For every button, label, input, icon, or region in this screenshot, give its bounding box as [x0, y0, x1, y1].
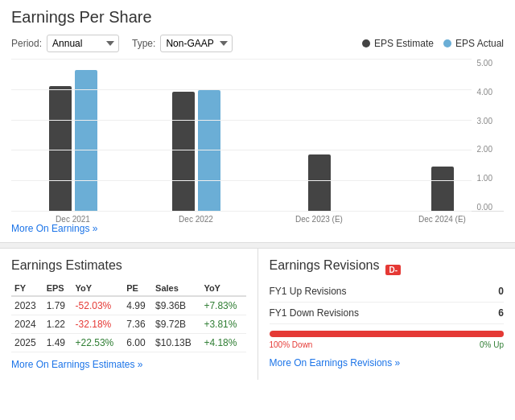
estimates-header-row: FY EPS YoY PE Sales YoY: [11, 281, 246, 296]
estimates-title: Earnings Estimates: [11, 258, 246, 273]
estimates-row-2024: 2024 1.22 -32.18% 7.36 $9.72B +3.81%: [11, 315, 246, 334]
y-label-200: 2.00: [477, 145, 492, 154]
actual-legend-item: EPS Actual: [443, 38, 504, 49]
pe-2025: 6.00: [123, 334, 152, 352]
period-select[interactable]: Annual Quarterly: [47, 35, 119, 52]
fy-2024: 2024: [11, 315, 43, 334]
eps-2025: 1.49: [43, 334, 72, 352]
y-label-100: 1.00: [477, 174, 492, 183]
more-revisions-link[interactable]: More On Earnings Revisions »: [270, 349, 505, 369]
fy-2023: 2023: [11, 296, 43, 315]
fy-2025: 2025: [11, 334, 43, 352]
y-axis: 5.00 4.00 3.00 2.00 1.00 0.00: [477, 59, 492, 212]
revision-down-label: FY1 Down Revisions: [270, 307, 359, 319]
x-labels: Dec 2021 Dec 2022 Dec 2023 (E) Dec 2024 …: [11, 212, 504, 227]
revision-row-down: FY1 Down Revisions 6: [270, 303, 505, 324]
progress-fill: [270, 331, 505, 337]
revisions-progress-bar: [270, 331, 505, 337]
col-eps: EPS: [43, 281, 72, 296]
revision-down-value: 6: [498, 307, 504, 319]
bar-group-2021: [11, 70, 134, 211]
col-sales-yoy: YoY: [200, 281, 245, 296]
estimate-bar-2024: [431, 167, 454, 211]
yoy-2025: +22.53%: [72, 334, 124, 352]
y-label-300: 3.00: [477, 117, 492, 126]
x-label-2024: Dec 2024 (E): [381, 215, 504, 224]
estimate-legend-item: EPS Estimate: [362, 38, 434, 49]
sales-2023: $9.36B: [152, 296, 200, 315]
estimates-table: FY EPS YoY PE Sales YoY 2023 1.79 -52.03…: [11, 281, 246, 352]
x-label-2022: Dec 2022: [134, 215, 258, 224]
chart-inner: 5.00 4.00 3.00 2.00 1.00 0.00: [11, 59, 504, 212]
pe-2023: 4.99: [123, 296, 152, 315]
estimate-bar-2022: [172, 92, 195, 211]
revision-row-up: FY1 Up Revisions 0: [270, 281, 505, 303]
estimate-bar-2021: [49, 86, 72, 211]
estimate-bar-2023: [308, 154, 331, 211]
earnings-revisions-panel: Earnings Revisions D- FY1 Up Revisions 0…: [258, 249, 516, 380]
period-label: Period:: [11, 38, 42, 49]
y-label-000: 0.00: [477, 203, 492, 212]
bottom-section: Earnings Estimates FY EPS YoY PE Sales Y…: [0, 249, 515, 380]
controls-row: Period: Annual Quarterly Type: Non-GAAP …: [0, 31, 515, 59]
actual-legend-label: EPS Actual: [455, 38, 504, 49]
eps-2024: 1.22: [43, 315, 72, 334]
estimate-legend-dot: [362, 39, 370, 47]
pe-2024: 7.36: [123, 315, 152, 334]
actual-bar-2021: [75, 70, 97, 211]
bar-group-2022: [134, 90, 258, 211]
col-sales: Sales: [152, 281, 200, 296]
sales-yoy-2023: +7.83%: [200, 296, 245, 315]
sales-2024: $9.72B: [152, 315, 200, 334]
more-estimates-link[interactable]: More On Earnings Estimates »: [11, 352, 246, 370]
sales-yoy-2024: +3.81%: [200, 315, 245, 334]
revisions-badge: D-: [385, 265, 401, 275]
estimate-legend-label: EPS Estimate: [374, 38, 434, 49]
col-pe: PE: [123, 281, 152, 296]
grid-line: [11, 211, 472, 212]
actual-legend-dot: [443, 39, 451, 47]
y-label-400: 4.00: [477, 88, 492, 97]
actual-bar-2022: [198, 90, 220, 211]
x-label-2021: Dec 2021: [11, 215, 134, 224]
estimates-row-2025: 2025 1.49 +22.53% 6.00 $10.13B +4.18%: [11, 334, 246, 352]
x-label-2023: Dec 2023 (E): [258, 215, 381, 224]
eps-2023: 1.79: [43, 296, 72, 315]
yoy-2023: -52.03%: [72, 296, 124, 315]
progress-label-down: 100% Down: [270, 340, 313, 349]
type-label: Type:: [132, 38, 155, 49]
col-yoy: YoY: [72, 281, 124, 296]
bar-group-2023: [258, 154, 381, 211]
col-fy: FY: [11, 281, 43, 296]
type-select[interactable]: Non-GAAP GAAP: [160, 35, 233, 52]
chart-legend: EPS Estimate EPS Actual: [362, 38, 504, 49]
y-label-500: 5.00: [477, 59, 492, 68]
period-control: Period: Annual Quarterly: [11, 35, 119, 52]
type-control: Type: Non-GAAP GAAP: [132, 35, 233, 52]
chart-area: 5.00 4.00 3.00 2.00 1.00 0.00 Dec 2021 D…: [0, 59, 515, 220]
progress-labels: 100% Down 0% Up: [270, 340, 505, 349]
revision-up-value: 0: [498, 286, 504, 297]
revisions-header: Earnings Revisions D-: [270, 258, 505, 281]
chart-bars: [11, 59, 504, 211]
sales-2025: $10.13B: [152, 334, 200, 352]
section-divider: [0, 242, 515, 249]
yoy-2024: -32.18%: [72, 315, 124, 334]
revisions-title: Earnings Revisions: [270, 258, 380, 273]
page-title: Earnings Per Share: [0, 0, 515, 31]
estimates-row-2023: 2023 1.79 -52.03% 4.99 $9.36B +7.83%: [11, 296, 246, 315]
progress-label-up: 0% Up: [480, 340, 504, 349]
revision-up-label: FY1 Up Revisions: [270, 286, 347, 297]
earnings-estimates-panel: Earnings Estimates FY EPS YoY PE Sales Y…: [0, 249, 258, 380]
sales-yoy-2025: +4.18%: [200, 334, 245, 352]
